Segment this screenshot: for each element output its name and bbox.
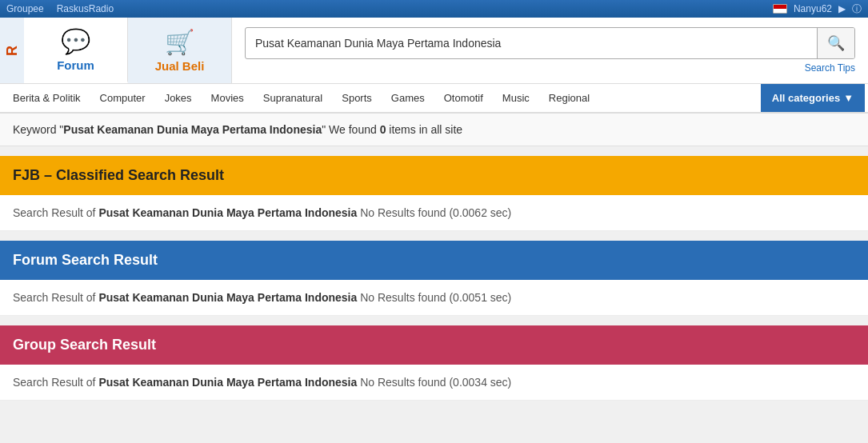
chevron-down-icon: ▼ [843,92,854,104]
group-title: Group Search Result [13,337,156,353]
cat-jokes[interactable]: Jokes [155,84,202,112]
forum-result-prefix: Search Result of [13,291,98,304]
group-result-keyword: Pusat Keamanan Dunia Maya Pertama Indone… [98,376,357,389]
main-content: Keyword "Pusat Keamanan Dunia Maya Perta… [0,114,868,401]
logo-area: R [0,18,24,83]
groupee-link[interactable]: Groupee [6,3,44,14]
forum-title: Forum Search Result [13,252,158,268]
forum-result-suffix: No Results found (0.0051 sec) [357,291,511,304]
top-bar-user: Nanyu62 ▶ ⓘ [773,2,862,16]
fjb-result-suffix: No Results found (0.0062 sec) [357,206,511,219]
group-section-header: Group Search Result [0,325,868,365]
nav-tabs-container: 💬 Forum 🛒 Jual Beli [24,18,232,83]
fjb-section-header: FJB – Classified Search Result [0,156,868,195]
keyword-prefix: Keyword " [13,123,63,136]
cat-games[interactable]: Games [382,84,434,112]
forum-icon: 💬 [61,27,90,55]
username-label: Nanyu62 [794,3,832,14]
arrow-icon[interactable]: ▶ [838,3,846,14]
jualbeli-icon: 🛒 [165,28,194,56]
search-button[interactable]: 🔍 [817,28,854,58]
tab-jualbeli[interactable]: 🛒 Jual Beli [128,18,232,83]
info-icon[interactable]: ⓘ [852,2,862,16]
cat-otomotif[interactable]: Otomotif [434,84,493,112]
cat-music[interactable]: Music [493,84,539,112]
fjb-result-prefix: Search Result of [13,206,98,219]
search-box: 🔍 [245,27,855,59]
logo-text: R [4,46,21,56]
fjb-result-row: Search Result of Pusat Keamanan Dunia Ma… [0,195,868,231]
forum-tab-label: Forum [57,58,94,72]
cat-berita[interactable]: Berita & Politik [3,84,90,112]
user-flag-icon [773,4,787,14]
header-area: R 💬 Forum 🛒 Jual Beli 🔍 Search Tips [0,18,868,84]
group-result-prefix: Search Result of [13,376,98,389]
tab-forum[interactable]: 💬 Forum [24,18,128,83]
cat-computer[interactable]: Computer [90,84,155,112]
all-categories-label: All categories [772,92,840,104]
cat-all-categories[interactable]: All categories ▼ [761,84,865,112]
cat-regional[interactable]: Regional [539,84,599,112]
search-tips-link[interactable]: Search Tips [245,62,855,74]
keyword-suffix2: items in all site [386,123,462,136]
group-result-suffix: No Results found (0.0034 sec) [357,376,511,389]
forum-result-row: Search Result of Pusat Keamanan Dunia Ma… [0,280,868,316]
cat-sports[interactable]: Sports [332,84,382,112]
search-area: 🔍 Search Tips [232,18,868,83]
raskusradio-link[interactable]: RaskusRadio [57,3,114,14]
top-bar: Groupee RaskusRadio Nanyu62 ▶ ⓘ [0,0,868,18]
group-result-row: Search Result of Pusat Keamanan Dunia Ma… [0,365,868,401]
top-bar-links: Groupee RaskusRadio [6,3,114,14]
cat-supranatural[interactable]: Supranatural [254,84,332,112]
keyword-suffix: " We found [322,123,379,136]
fjb-title: FJB – Classified Search Result [13,167,224,183]
forum-section-header: Forum Search Result [0,241,868,280]
forum-result-keyword: Pusat Keamanan Dunia Maya Pertama Indone… [98,291,357,304]
cat-movies[interactable]: Movies [202,84,254,112]
fjb-result-keyword: Pusat Keamanan Dunia Maya Pertama Indone… [98,206,357,219]
keyword-bar: Keyword "Pusat Keamanan Dunia Maya Perta… [0,114,868,146]
keyword-value: Pusat Keamanan Dunia Maya Pertama Indone… [63,123,322,136]
search-input[interactable] [246,30,817,56]
jualbeli-tab-label: Jual Beli [155,59,205,73]
category-nav: Berita & Politik Computer Jokes Movies S… [0,84,868,114]
